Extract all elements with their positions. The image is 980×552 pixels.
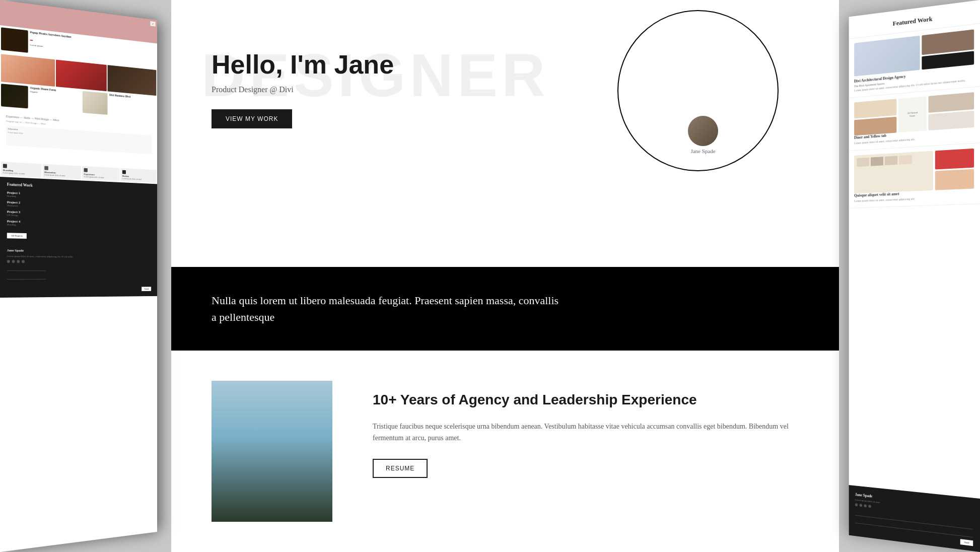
rp-card-2-mid: All NaturalSoaps [898,96,927,132]
lp-grid-img-3 [108,65,157,96]
quote-text: Nulla quis lorem ut libero malesuada feu… [212,292,564,325]
about-description: Tristique faucibus neque scelerisque urn… [373,421,799,444]
lp-badge: ✓ [150,21,155,27]
rp-card-1-main-img [854,36,920,77]
lp-grid-img-1 [1,54,55,87]
lp-footer-desc: Lorem ipsum dolor sit amet, consectetur … [7,254,151,259]
rp-card-2-img-4 [929,111,974,131]
rp-card-3-img-2 [935,169,974,190]
rp-card-2-img-3 [929,92,974,112]
rp-social-icon-1[interactable] [855,503,858,506]
skill-box-motion: Motion Lorem ipsum dolor sit amet [120,168,157,183]
lp-email-input[interactable] [7,274,46,280]
hero-text-block: Hello, I'm Jane Product Designer @ Divi … [212,50,394,128]
lp-all-projects-btn[interactable]: All Projects [7,233,27,239]
about-content: 10+ Years of Agency and Leadership Exper… [373,381,799,478]
lp-footer: Jane Spade Lorem ipsum dolor sit amet, c… [0,243,157,298]
lp-blog-badge-1 [30,40,33,41]
lp-social-icon-4[interactable] [22,260,25,263]
rp-card-2-left [854,99,896,136]
rp-social-icon-4[interactable] [868,505,871,508]
hero-avatar-name: Jane Spade [688,148,718,154]
right-panel: Featured Work Divi Architectural Design … [849,0,980,552]
about-photo [212,381,332,522]
lp-project-2: Project 2 Illustration [7,200,151,211]
lp-blog-image-1 [1,27,28,53]
hero-avatar [688,116,718,146]
rp-card-3-img-1 [935,148,974,169]
hero-section: DESIGNER Jane Spade Hello, I'm Jane Prod… [171,0,839,267]
resume-button[interactable]: RESUME [373,459,428,478]
quote-section: Nulla quis lorem ut libero malesuada feu… [171,267,839,351]
skill-box-illustration: Illustration Lorem ipsum dolor sit amet [42,164,81,179]
lp-grid-img-2 [56,59,107,91]
lp-social-icon-2[interactable] [12,260,15,263]
view-my-work-button[interactable]: VIEW MY WORK [212,109,292,128]
lp-footer-name: Jane Spade [7,248,151,254]
rp-card-3: Quisque aliquet velit sit amet Lorem ips… [849,143,980,209]
lp-blog-image-3 [83,91,108,115]
lp-social-links [7,260,151,264]
rp-card-1-img-2 [922,29,974,55]
lp-blog-image-2 [1,84,28,108]
hero-avatar-wrapper: Jane Spade [688,116,718,154]
lp-submit-btn[interactable]: Send [142,287,151,291]
rp-card-3-images [854,148,974,193]
rp-submit-btn[interactable]: Send [960,539,973,546]
lp-social-icon-1[interactable] [7,260,10,263]
lp-project-3: Project 3 UX Design [7,210,151,220]
lp-project-4: Project 4 Branding [7,219,151,229]
rp-card-2: All NaturalSoaps Diner and Yellow tab Lo… [849,87,980,151]
rp-card-2-img-2 [854,117,896,136]
lp-name-input[interactable] [7,266,46,271]
left-panel: ✓ Popup Picnics Anywhere Anytime Lorem i… [0,0,157,552]
rp-card-2-img-1 [854,99,896,119]
about-title: 10+ Years of Agency and Leadership Exper… [373,391,799,409]
about-image [212,381,332,522]
about-section: 10+ Years of Agency and Leadership Exper… [171,351,839,552]
rp-social-icon-3[interactable] [864,504,867,507]
hero-greeting: Hello, I'm Jane [212,50,394,79]
lp-featured-section: Featured Work Project 1 Branding Project… [0,177,157,246]
hero-role: Product Designer @ Divi [212,85,394,94]
lp-blog-desc-1: Lorem ipsum [30,44,157,60]
rp-card-2-right [929,92,974,130]
rp-card-3-right [935,148,974,190]
skill-box-experience: Experience Lorem ipsum dolor sit amet [82,166,119,181]
rp-social-icon-2[interactable] [860,504,862,507]
rp-footer: Jane Spade Lorem ipsum dolor sit amet Se… [849,485,980,552]
lp-social-icon-3[interactable] [17,260,20,263]
rp-card-3-left [854,151,933,193]
skill-box-branding: Branding Lorem ipsum dolor sit amet [1,162,41,178]
main-content: DESIGNER Jane Spade Hello, I'm Jane Prod… [171,0,839,552]
